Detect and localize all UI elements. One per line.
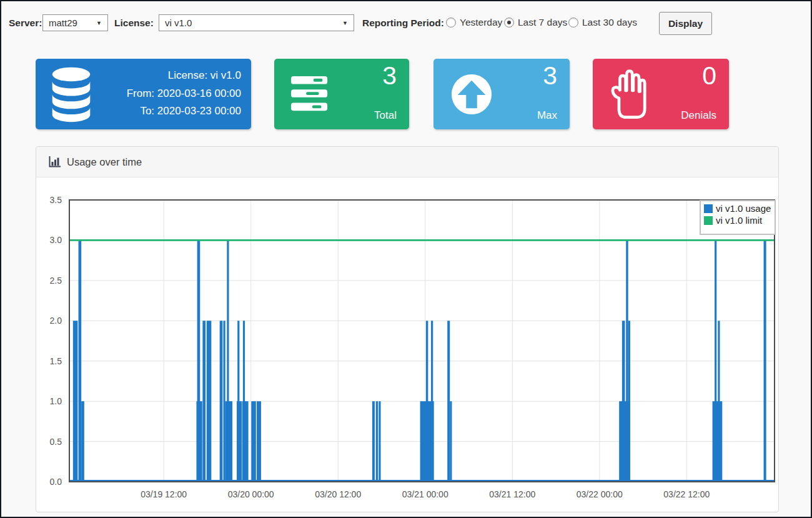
legend-label: vi v1.0 usage — [716, 203, 771, 214]
caret-down-icon: ▼ — [96, 20, 102, 26]
database-icon — [48, 66, 94, 122]
license-period-card: License: vi v1.0 From: 2020-03-16 00:00 … — [36, 59, 251, 129]
usage-bar — [379, 401, 380, 482]
usage-bar — [628, 321, 630, 482]
usage-bar — [223, 321, 225, 482]
denials-card: 0 Denials — [593, 59, 729, 129]
hand-stop-icon — [607, 68, 651, 121]
denials-label: Denials — [681, 109, 716, 122]
usage-panel: Usage over time 0.00.51.01.52.02.53.03.5… — [36, 146, 779, 512]
usage-bar — [376, 401, 378, 482]
usage-bar — [450, 401, 452, 482]
usage-bar — [257, 401, 261, 482]
radio-last-30-days-label: Last 30 days — [582, 17, 637, 28]
legend-swatch — [704, 204, 713, 213]
usage-bar — [372, 401, 375, 482]
total-card: 3 Total — [274, 59, 409, 129]
radio-icon[interactable] — [568, 17, 578, 27]
usage-bar — [431, 321, 433, 482]
license-select[interactable]: vi v1.0 ▼ — [159, 14, 354, 31]
usage-bar — [79, 240, 82, 482]
usage-bar — [202, 321, 205, 482]
usage-bar — [622, 321, 625, 482]
usage-bar — [237, 321, 239, 482]
from-date-line: From: 2020-03-16 00:00 — [127, 85, 241, 103]
usage-bar — [81, 401, 84, 482]
server-stack-icon — [290, 74, 329, 114]
usage-panel-header: Usage over time — [36, 147, 778, 177]
reporting-period-label: Reporting Period: — [362, 17, 444, 29]
usage-bar — [220, 321, 223, 482]
caret-down-icon: ▼ — [342, 20, 348, 26]
to-date-line: To: 2020-03-23 00:00 — [127, 102, 241, 121]
x-axis-tick-label: 03/21 12:00 — [489, 489, 535, 499]
radio-icon[interactable] — [446, 17, 456, 27]
usage-bar — [764, 240, 766, 482]
y-axis-tick-label: 0.5 — [50, 437, 62, 447]
y-axis-tick-label: 0.0 — [50, 477, 62, 487]
x-axis-tick-label: 03/22 00:00 — [577, 489, 623, 499]
x-axis-tick-label: 03/19 12:00 — [141, 489, 187, 499]
total-label: Total — [374, 109, 397, 122]
server-label: Server: — [9, 17, 42, 29]
legend-label: vi v1.0 limit — [716, 215, 763, 226]
usage-over-time-chart: 0.00.51.01.52.02.53.03.503/19 12:0003/20… — [36, 177, 780, 512]
limit-line — [69, 239, 775, 241]
server-select-value: matt29 — [49, 17, 77, 28]
usage-bar — [713, 401, 723, 482]
panel-title: Usage over time — [67, 156, 142, 168]
radio-last-30-days[interactable]: Last 30 days — [568, 17, 637, 28]
license-label: License: — [114, 17, 154, 29]
usage-bar — [447, 321, 450, 482]
x-axis-tick-label: 03/21 00:00 — [402, 489, 448, 499]
license-select-value: vi v1.0 — [165, 17, 192, 28]
y-axis-tick-label: 1.5 — [50, 356, 62, 366]
usage-bar — [715, 240, 716, 482]
usage-bar — [251, 401, 256, 482]
radio-yesterday[interactable]: Yesterday — [446, 17, 502, 28]
usage-bar — [718, 321, 720, 482]
usage-bar — [197, 240, 201, 482]
legend-swatch — [704, 216, 713, 225]
usage-bar — [227, 240, 229, 482]
x-axis-tick-label: 03/22 12:00 — [663, 489, 710, 499]
arrow-up-circle-icon — [450, 72, 493, 117]
total-value: 3 — [382, 60, 397, 92]
max-label: Max — [537, 109, 557, 122]
x-axis-tick-label: 03/20 12:00 — [315, 489, 361, 499]
x-axis-tick-label: 03/20 00:00 — [228, 489, 274, 499]
denials-value: 0 — [702, 60, 716, 92]
radio-icon[interactable] — [504, 17, 514, 27]
max-card: 3 Max — [433, 59, 570, 129]
y-axis-tick-label: 2.5 — [50, 276, 62, 286]
radio-yesterday-label: Yesterday — [460, 17, 502, 28]
y-axis-tick-label: 2.0 — [50, 316, 62, 326]
display-button[interactable]: Display — [659, 12, 712, 35]
y-axis-tick-label: 3.0 — [50, 235, 62, 245]
license-period-text: License: vi v1.0 From: 2020-03-16 00:00 … — [127, 67, 241, 121]
y-axis-tick-label: 3.5 — [50, 195, 62, 205]
usage-bar — [207, 321, 212, 482]
max-value: 3 — [543, 60, 557, 92]
usage-bar — [243, 321, 245, 482]
radio-last-7-days[interactable]: Last 7 days — [504, 17, 567, 28]
usage-bar — [626, 240, 628, 482]
license-name-line: License: vi v1.0 — [127, 67, 241, 85]
bar-chart-icon — [49, 156, 61, 167]
radio-last-7-days-label: Last 7 days — [518, 17, 567, 28]
usage-bar — [426, 321, 428, 482]
usage-bar — [73, 321, 78, 482]
y-axis-tick-label: 1.0 — [50, 396, 62, 406]
server-select[interactable]: matt29 ▼ — [42, 14, 108, 31]
